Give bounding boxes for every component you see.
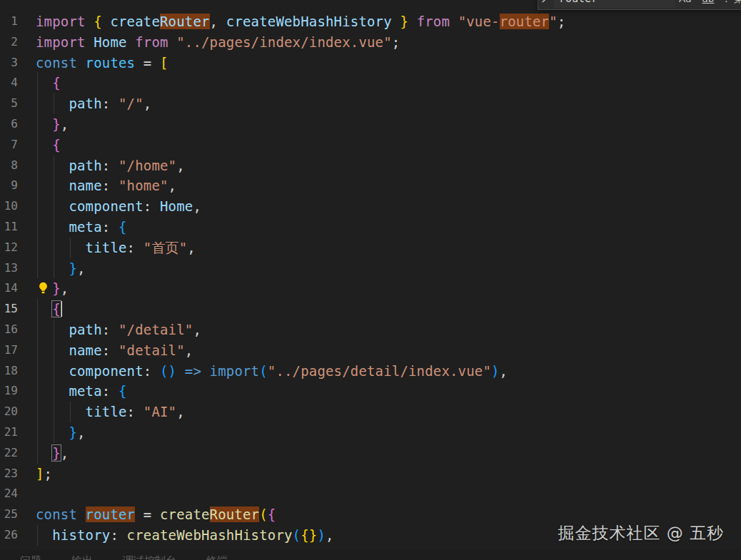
line-number[interactable]: 8 bbox=[0, 156, 18, 176]
line-number[interactable]: 16 bbox=[0, 320, 18, 340]
code-line[interactable]: 11 meta: { bbox=[0, 217, 741, 238]
line-number[interactable]: 1 bbox=[0, 11, 18, 32]
line-number[interactable]: 2 bbox=[0, 32, 18, 53]
code-token: name bbox=[69, 342, 101, 358]
code-token bbox=[36, 280, 52, 296]
line-number[interactable]: 17 bbox=[0, 340, 18, 361]
code-line[interactable]: 15 { bbox=[0, 299, 741, 320]
line-number[interactable]: 9 bbox=[0, 175, 18, 196]
code-line[interactable]: 23]; bbox=[0, 464, 741, 484]
code-line[interactable]: 22 }, bbox=[0, 443, 741, 464]
code-token: : bbox=[143, 198, 160, 214]
line-number[interactable]: 13 bbox=[0, 258, 18, 279]
line-number[interactable]: 15 bbox=[0, 299, 18, 320]
code-line[interactable]: 17 name: "detail", bbox=[0, 340, 741, 361]
code-token: } bbox=[69, 260, 77, 276]
panel-tab[interactable]: 问题 bbox=[20, 554, 41, 560]
code-text: }, bbox=[36, 114, 69, 135]
line-number[interactable]: 14 bbox=[0, 278, 18, 299]
code-token bbox=[36, 322, 69, 337]
code-line[interactable]: 5 path: "/", bbox=[0, 93, 741, 114]
line-number[interactable]: 10 bbox=[0, 196, 18, 217]
line-number[interactable]: 24 bbox=[0, 484, 18, 504]
code-text: title: "AI", bbox=[36, 402, 185, 422]
line-number[interactable]: 21 bbox=[0, 422, 18, 443]
code-token: title bbox=[86, 404, 127, 419]
match-case-toggle[interactable]: Aa bbox=[677, 0, 694, 6]
find-results-count: 第 bbox=[734, 0, 741, 8]
line-number[interactable]: 12 bbox=[0, 238, 18, 258]
code-line[interactable]: 1import { createRouter, createWebHashHis… bbox=[0, 11, 741, 32]
code-token: from bbox=[135, 34, 176, 50]
line-number[interactable]: 3 bbox=[0, 53, 18, 73]
code-token bbox=[408, 14, 417, 29]
code-token bbox=[392, 14, 400, 29]
code-token: component bbox=[69, 198, 143, 214]
panel-tab[interactable]: 调试控制台 bbox=[123, 554, 176, 560]
find-input[interactable] bbox=[554, 0, 675, 8]
code-line[interactable]: 9 name: "home", bbox=[0, 175, 741, 196]
code-line[interactable]: 20 title: "AI", bbox=[0, 402, 741, 422]
panel-tab[interactable]: 输出 bbox=[71, 554, 93, 560]
code-token: : bbox=[102, 158, 119, 173]
code-text: import Home from "../pages/index/index.v… bbox=[36, 32, 400, 53]
regex-toggle[interactable]: .* bbox=[722, 0, 735, 6]
code-line[interactable]: 4 { bbox=[0, 73, 741, 93]
code-line[interactable]: 24 bbox=[0, 484, 741, 504]
code-token: history bbox=[52, 527, 110, 543]
code-line[interactable]: 14 }, bbox=[0, 278, 741, 299]
line-number[interactable]: 19 bbox=[0, 381, 18, 402]
code-line[interactable]: 21 }, bbox=[0, 422, 741, 443]
code-line[interactable]: 7 { bbox=[0, 135, 741, 156]
code-line[interactable]: 8 path: "/home", bbox=[0, 156, 741, 176]
line-number[interactable]: 22 bbox=[0, 443, 18, 464]
code-token bbox=[36, 198, 69, 214]
line-number[interactable]: 6 bbox=[0, 114, 18, 135]
code-token: meta bbox=[69, 219, 101, 235]
code-token: , bbox=[168, 178, 177, 193]
code-token bbox=[36, 178, 69, 193]
code-line[interactable]: 3const routes = [ bbox=[0, 53, 741, 73]
code-line[interactable]: 2import Home from "../pages/index/index.… bbox=[0, 32, 741, 53]
code-line[interactable]: 10 component: Home, bbox=[0, 196, 741, 217]
code-text: component: Home, bbox=[36, 196, 201, 217]
code-line[interactable]: 12 title: "首页", bbox=[0, 238, 741, 258]
code-token: } bbox=[400, 14, 408, 29]
code-line[interactable]: 6 }, bbox=[0, 114, 741, 135]
code-token: , bbox=[185, 342, 193, 358]
line-number[interactable]: 26 bbox=[0, 525, 18, 546]
line-number[interactable]: 5 bbox=[0, 93, 18, 114]
code-token: "/" bbox=[119, 96, 143, 111]
code-token: } bbox=[69, 424, 77, 440]
code-token bbox=[36, 363, 69, 379]
code-token: component bbox=[69, 363, 143, 379]
line-number[interactable]: 11 bbox=[0, 217, 18, 238]
code-line[interactable]: 13 }, bbox=[0, 258, 741, 279]
code-token: "../pages/detail/index.vue" bbox=[268, 363, 491, 379]
panel-tab[interactable]: 终端 bbox=[206, 554, 228, 560]
code-line[interactable]: 16 path: "/detail", bbox=[0, 320, 741, 340]
code-token: , bbox=[326, 527, 334, 543]
line-number[interactable]: 23 bbox=[0, 464, 18, 484]
code-line[interactable]: 19 meta: { bbox=[0, 381, 741, 402]
code-token: : bbox=[127, 404, 143, 419]
code-line[interactable]: 18 component: () => import("../pages/det… bbox=[0, 361, 741, 382]
line-number[interactable]: 7 bbox=[0, 135, 18, 156]
code-token: Home bbox=[94, 34, 135, 50]
code-token: { bbox=[94, 14, 102, 29]
code-area[interactable]: 1import { createRouter, createWebHashHis… bbox=[0, 0, 741, 546]
code-text: path: "/home", bbox=[36, 156, 185, 176]
code-token: : bbox=[110, 527, 126, 543]
find-match-highlight: router bbox=[500, 14, 550, 29]
code-token: import bbox=[36, 34, 94, 50]
line-number[interactable]: 18 bbox=[0, 361, 18, 382]
code-token: "AI" bbox=[143, 404, 176, 419]
code-token: "detail" bbox=[119, 342, 185, 358]
code-text: const routes = [ bbox=[36, 53, 168, 73]
whole-word-toggle[interactable]: ab bbox=[700, 0, 717, 6]
toggle-replace-chevron-icon[interactable]: › bbox=[541, 0, 546, 7]
line-number[interactable]: 4 bbox=[0, 73, 18, 93]
line-number[interactable]: 25 bbox=[0, 504, 18, 525]
line-number[interactable]: 20 bbox=[0, 402, 18, 422]
code-token bbox=[36, 404, 86, 419]
